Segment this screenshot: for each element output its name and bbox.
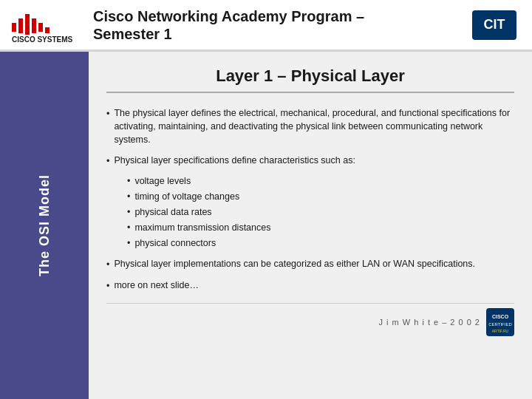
sub-bullet-3: • physical data rates xyxy=(127,205,514,219)
sub-bullet-dot-1: • xyxy=(127,174,130,188)
svg-text:ARTIF.RU: ARTIF.RU xyxy=(492,329,509,333)
sub-bullet-1: • voltage levels xyxy=(127,174,514,188)
sub-bullet-4-text: maximum transmission distances xyxy=(134,221,270,234)
bullet-dot-1: • xyxy=(106,107,109,120)
bullet-1: • The physical layer defines the electri… xyxy=(106,106,514,146)
sub-bullet-dot-2: • xyxy=(127,190,130,203)
bullet-2-text: Physical layer specifications define cha… xyxy=(114,154,355,167)
header-title: Cisco Networking Academy Program – Semes… xyxy=(93,7,468,43)
page-title: Layer 1 – Physical Layer xyxy=(106,66,514,93)
sub-bullet-5: • physical connectors xyxy=(127,236,514,250)
cit-logo: CIT xyxy=(468,7,520,44)
svg-text:CIT: CIT xyxy=(484,17,505,32)
svg-rect-3 xyxy=(32,18,36,33)
bullet-dot-4: • xyxy=(106,279,109,293)
sub-bullet-2: • timing of voltage changes xyxy=(127,190,514,203)
bullet-1-text: The physical layer defines the electrica… xyxy=(114,106,514,146)
svg-rect-4 xyxy=(38,23,43,32)
sub-bullet-list: • voltage levels • timing of voltage cha… xyxy=(127,174,514,250)
sub-bullet-dot-3: • xyxy=(127,205,130,219)
bullet-dot-3: • xyxy=(106,258,109,271)
bullet-3-text: Physical layer implementations can be ca… xyxy=(114,257,475,270)
main-container: The OSI Model Layer 1 – Physical Layer •… xyxy=(0,52,532,399)
bullet-4: • more on next slide… xyxy=(106,279,514,293)
bullet-4-text: more on next slide… xyxy=(114,279,199,292)
svg-text:CISCO: CISCO xyxy=(492,314,509,319)
sidebar: The OSI Model xyxy=(0,52,89,399)
footer: J i m W h i t e – 2 0 0 2 CISCO CERTIFIE… xyxy=(106,303,514,336)
svg-text:CERTIFIED: CERTIFIED xyxy=(488,322,512,327)
bullet-2: • Physical layer specifications define c… xyxy=(106,154,514,250)
sub-bullet-2-text: timing of voltage changes xyxy=(134,190,239,203)
sidebar-label: The OSI Model xyxy=(37,174,52,276)
header: CISCO SYSTEMS Cisco Networking Academy P… xyxy=(0,0,532,52)
content-area: Layer 1 – Physical Layer • The physical … xyxy=(89,52,532,399)
svg-rect-5 xyxy=(45,27,50,33)
sub-bullet-1-text: voltage levels xyxy=(134,174,191,188)
svg-rect-1 xyxy=(18,18,23,33)
sub-bullet-4: • maximum transmission distances xyxy=(127,221,514,234)
svg-rect-0 xyxy=(12,23,16,32)
sub-bullet-5-text: physical connectors xyxy=(134,236,216,250)
cisco-cert-logo-icon: CISCO CERTIFIED ARTIF.RU xyxy=(486,308,514,336)
sub-bullet-3-text: physical data rates xyxy=(134,205,211,219)
bullet-3: • Physical layer implementations can be … xyxy=(106,257,514,271)
svg-text:CISCO SYSTEMS: CISCO SYSTEMS xyxy=(12,35,73,44)
cisco-logo: CISCO SYSTEMS xyxy=(12,7,78,44)
svg-rect-2 xyxy=(25,14,30,35)
bullet-dot-2: • xyxy=(106,154,109,168)
sub-bullet-dot-5: • xyxy=(127,236,130,250)
sub-bullet-dot-4: • xyxy=(127,221,130,234)
footer-text: J i m W h i t e – 2 0 0 2 xyxy=(379,318,481,327)
